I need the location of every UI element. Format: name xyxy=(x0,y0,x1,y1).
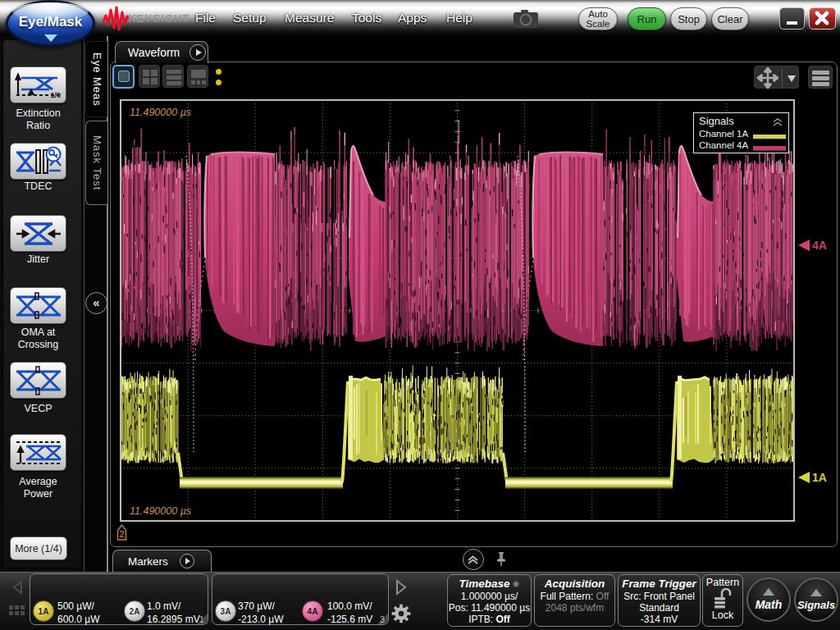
svg-text:2: 2 xyxy=(120,529,125,539)
svg-text:1/0: 1/0 xyxy=(50,91,61,99)
